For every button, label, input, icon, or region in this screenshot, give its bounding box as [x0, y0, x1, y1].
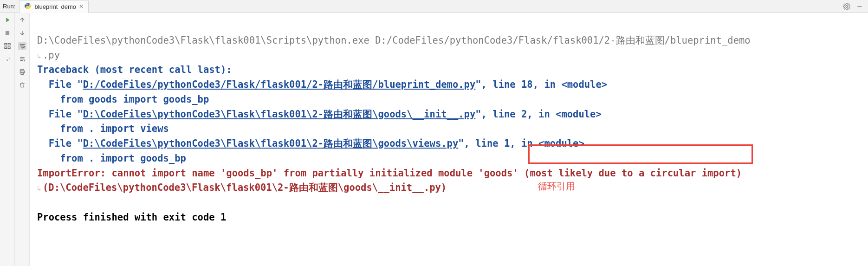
import-error-b: (most likely due to a circular import) — [518, 168, 748, 179]
console-output[interactable]: D:\CodeFiles\pythonCode3\Flask\flask001\… — [30, 13, 868, 266]
cmd-line-wrap: .py — [43, 50, 60, 61]
svg-rect-2 — [5, 44, 7, 45]
frame1-code: from goods import goods_bp — [37, 94, 209, 105]
close-tab-icon[interactable]: ✕ — [79, 3, 84, 10]
svg-point-0 — [846, 6, 848, 7]
frame2-code: from . import views — [37, 123, 169, 134]
run-panel-body: D:\CodeFiles\pythonCode3\Flask\flask001\… — [0, 13, 868, 266]
run-tool-label: Run: — [3, 3, 15, 10]
svg-rect-1 — [5, 31, 9, 35]
soft-wrap-icon[interactable] — [18, 42, 26, 50]
svg-rect-5 — [8, 47, 10, 48]
layout-icon[interactable] — [3, 42, 12, 50]
soft-wrap-glyph-2: ↳ — [37, 183, 43, 194]
run-actions-gutter — [0, 13, 15, 266]
run-header: Run: blueprint_demo ✕ — [0, 0, 868, 13]
import-error-wrap: (D:\CodeFiles\pythonCode3\Flask\flask001… — [43, 182, 447, 193]
file2-post: ", line 2, in <module> — [475, 109, 602, 120]
process-exit: Process finished with exit code 1 — [37, 212, 226, 223]
gear-icon[interactable] — [843, 3, 850, 10]
file1-post: ", line 18, in <module> — [475, 79, 607, 90]
file2-link[interactable]: D:\CodeFiles\pythonCode3\Flask\flask001\… — [83, 109, 476, 120]
trash-icon[interactable] — [18, 81, 26, 89]
svg-rect-4 — [5, 47, 7, 48]
file1-link[interactable]: D:/CodeFiles/pythonCode3/Flask/flask001/… — [83, 79, 476, 90]
import-error-a: ImportError: cannot import name 'goods_b… — [37, 168, 518, 179]
file1-pre: File " — [37, 79, 83, 90]
python-icon — [24, 2, 32, 11]
cmd-line: D:\CodeFiles\pythonCode3\Flask\flask001\… — [37, 35, 751, 46]
annotation-label: 循环引用 — [538, 179, 575, 194]
file2-pre: File " — [37, 109, 83, 120]
minimize-icon[interactable] — [856, 3, 863, 10]
console-actions-gutter — [15, 13, 30, 266]
traceback-header: Traceback (most recent call last): — [37, 64, 232, 75]
file3-pre: File " — [37, 138, 83, 149]
print-icon[interactable] — [18, 68, 26, 76]
arrow-up-icon[interactable] — [18, 16, 26, 24]
soft-wrap-glyph: ↳ — [37, 51, 43, 62]
stop-icon[interactable] — [3, 29, 12, 37]
run-config-tab[interactable]: blueprint_demo ✕ — [19, 0, 89, 13]
frame3-code: from . import goods_bp — [37, 153, 186, 164]
file3-link[interactable]: D:\CodeFiles\pythonCode3\Flask\flask001\… — [83, 138, 459, 149]
pin-icon[interactable] — [3, 55, 12, 63]
header-right-actions — [843, 3, 865, 10]
svg-rect-3 — [8, 44, 10, 45]
scroll-to-end-icon[interactable] — [18, 55, 26, 63]
rerun-icon[interactable] — [3, 16, 12, 24]
file3-post: ", line 1, in <module> — [458, 138, 584, 149]
arrow-down-icon[interactable] — [18, 29, 26, 37]
run-config-name: blueprint_demo — [34, 3, 76, 10]
